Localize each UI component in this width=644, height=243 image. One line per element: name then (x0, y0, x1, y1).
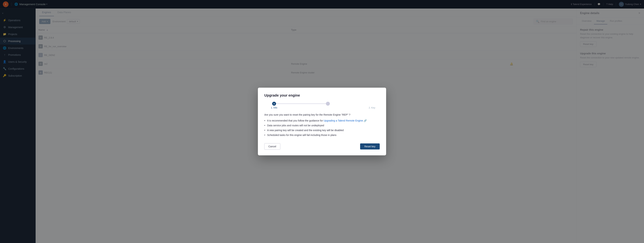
modal: Upgrade your engine ● 1. Info 2. Key Are… (258, 88, 386, 155)
cancel-button[interactable]: Cancel (264, 143, 280, 150)
step-label-info: 1. Info (269, 106, 280, 109)
upgrade-link[interactable]: Upgrading a Talend Remote Engine 🔗 (324, 119, 367, 122)
list-item: Data service jobs and routes will not be… (264, 123, 380, 128)
bullet-text-2: Data service jobs and routes will not be… (267, 124, 324, 127)
modal-title: Upgrade your engine (264, 93, 380, 98)
stepper: ● 1. Info 2. Key (264, 102, 380, 109)
step-dot-info: ● (272, 102, 276, 106)
modal-question: Are you sure you want to reset the pairi… (264, 113, 380, 116)
modal-overlay: Upgrade your engine ● 1. Info 2. Key Are… (0, 0, 644, 243)
step-label-key: 2. Key (327, 106, 375, 109)
bullet-text-3: A new pairing key will be created and th… (267, 129, 344, 132)
list-item: A new pairing key will be created and th… (264, 128, 380, 133)
list-item: Scheduled tasks for this engine will fai… (264, 133, 380, 138)
reset-key-confirm-button[interactable]: Reset key (360, 144, 380, 150)
step-dot-key (326, 102, 330, 106)
step-line (276, 104, 326, 104)
modal-footer: Cancel Reset key (264, 143, 380, 150)
step-label-row: 1. Info 2. Key (272, 106, 372, 109)
modal-bullet-list: It is recommended that you follow the gu… (264, 118, 380, 138)
bullet-text-1: It is recommended that you follow the gu… (267, 119, 324, 122)
bullet-text-4: Scheduled tasks for this engine will fai… (267, 134, 336, 136)
list-item: It is recommended that you follow the gu… (264, 118, 380, 123)
stepper-row: ● (272, 102, 372, 106)
